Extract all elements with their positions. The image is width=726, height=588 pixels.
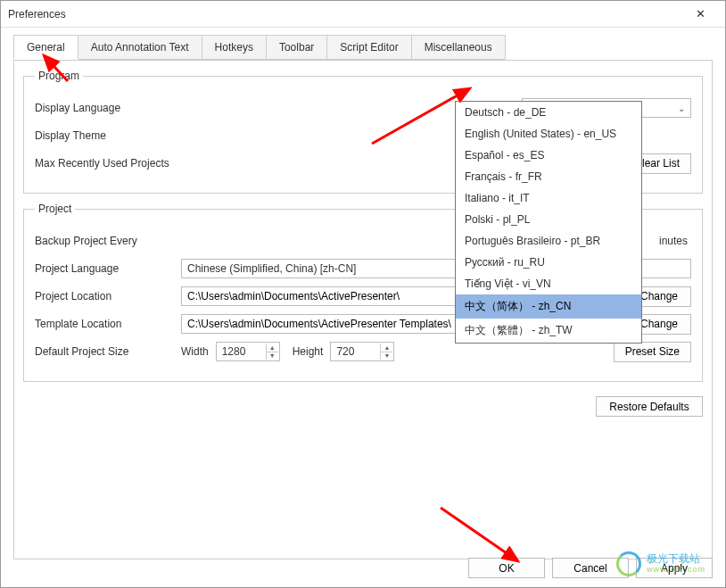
language-option[interactable]: Polski - pl_PL	[456, 209, 641, 230]
cancel-button[interactable]: Cancel	[552, 558, 629, 578]
tab-auto-annotation[interactable]: Auto Annotation Text	[78, 35, 202, 60]
tab-script-editor[interactable]: Script Editor	[326, 35, 411, 60]
display-language-label: Display Language	[35, 102, 181, 114]
tab-panel-general: Program Display Language 中文（简体） - zh_CN …	[13, 60, 713, 559]
project-location-label: Project Location	[35, 290, 181, 302]
width-label: Width	[181, 345, 209, 358]
apply-button[interactable]: Apply	[636, 558, 713, 578]
language-option[interactable]: English (United States) - en_US	[456, 123, 641, 145]
language-option[interactable]: 中文（繁體） - zh_TW	[456, 319, 641, 343]
default-size-label: Default Project Size	[35, 345, 181, 358]
height-label: Height	[293, 345, 324, 358]
program-legend: Program	[35, 70, 83, 82]
backup-unit-suffix: inutes	[659, 235, 688, 247]
max-recent-label: Max Recently Used Projects	[35, 157, 231, 170]
language-dropdown-list[interactable]: Deutsch - de_DEEnglish (United States) -…	[455, 101, 642, 344]
titlebar: Preferences ✕	[1, 1, 725, 28]
close-button[interactable]: ✕	[682, 7, 718, 21]
project-language-label: Project Language	[35, 262, 181, 275]
spin-up-icon[interactable]: ▲	[381, 344, 392, 352]
language-option[interactable]: Italiano - it_IT	[456, 187, 641, 209]
height-spinner[interactable]: 720 ▲▼	[330, 342, 394, 361]
width-value: 1280	[222, 345, 246, 358]
tab-bar: General Auto Annotation Text Hotkeys Too…	[1, 28, 725, 60]
ok-button[interactable]: OK	[468, 558, 545, 578]
tab-toolbar[interactable]: Toolbar	[266, 35, 327, 60]
dialog-footer: OK Cancel Apply	[468, 558, 713, 578]
language-option[interactable]: Português Brasileiro - pt_BR	[456, 230, 641, 252]
display-theme-label: Display Theme	[35, 129, 181, 142]
height-value: 720	[336, 345, 354, 358]
preset-size-button[interactable]: Preset Size	[614, 342, 691, 362]
project-language-value: Chinese (Simplified, China) [zh-CN]	[187, 262, 356, 275]
language-option[interactable]: Español - es_ES	[456, 145, 641, 166]
language-option[interactable]: Français - fr_FR	[456, 166, 641, 187]
spin-up-icon[interactable]: ▲	[267, 344, 278, 352]
spin-down-icon[interactable]: ▼	[267, 352, 278, 360]
chevron-down-icon: ⌄	[678, 104, 685, 113]
tab-general[interactable]: General	[13, 35, 78, 60]
project-legend: Project	[35, 203, 75, 215]
language-option[interactable]: Deutsch - de_DE	[456, 102, 641, 123]
language-option[interactable]: Tiếng Việt - vi_VN	[456, 273, 641, 294]
tab-hotkeys[interactable]: Hotkeys	[202, 35, 267, 60]
language-option[interactable]: Русский - ru_RU	[456, 252, 641, 273]
spin-down-icon[interactable]: ▼	[381, 352, 392, 360]
width-spinner[interactable]: 1280 ▲▼	[216, 342, 280, 361]
backup-label: Backup Project Every	[35, 235, 181, 247]
language-option[interactable]: 中文（简体） - zh_CN	[456, 294, 641, 319]
template-location-label: Template Location	[35, 318, 181, 330]
window-title: Preferences	[8, 8, 682, 21]
restore-defaults-button[interactable]: Restore Defaults	[596, 396, 703, 417]
tab-miscellaneous[interactable]: Miscellaneous	[411, 35, 506, 60]
